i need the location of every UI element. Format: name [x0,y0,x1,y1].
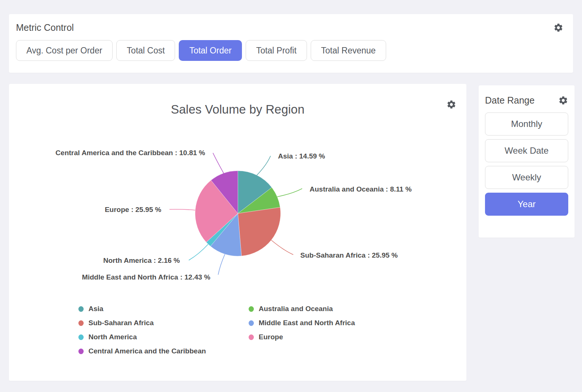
pie-slices[interactable] [195,171,281,256]
date-range-header: Date Range [485,95,568,106]
metric-button-avg-cost-per-order[interactable]: Avg. Cost per Order [16,40,113,61]
legend-column-2: Australia and Oceania Middle East and No… [249,302,355,344]
legend-dot-central-america-and-the-caribbean [78,349,84,354]
pie-label-australia-and-oceania: Australia and Oceania : 8.11 % [310,185,412,193]
leader-line-sub-saharan-africa [271,240,293,255]
leader-line-europe [169,209,195,210]
metric-button-total-cost[interactable]: Total Cost [116,40,175,61]
pie-label-sub-saharan-africa: Sub-Saharan Africa : 25.95 % [300,251,398,259]
metric-button-group: Avg. Cost per Order Total Cost Total Ord… [16,40,563,61]
legend-label-central-america-and-the-caribbean: Central America and the Caribbean [88,347,206,355]
pie-label-europe: Europe : 25.95 % [105,206,161,214]
metric-control-title: Metric Control [16,22,74,33]
legend-dot-north-america [78,334,84,340]
metric-button-total-profit[interactable]: Total Profit [246,40,307,61]
leader-line-middle-east-and-north-africa [218,254,225,275]
legend-item-middle-east-and-north-africa[interactable]: Middle East and North Africa [249,316,355,330]
sales-volume-chart-card: Sales Volume by Region Asia : 14.59 % Au… [9,84,466,381]
metric-button-total-order[interactable]: Total Order [179,40,242,61]
legend-dot-sub-saharan-africa [78,320,84,326]
legend-item-asia[interactable]: Asia [78,302,206,316]
gear-icon[interactable] [553,23,563,33]
date-range-card: Date Range Monthly Week Date Weekly Year [479,85,575,238]
leader-line-central-america-and-the-caribbean [213,153,224,173]
legend-item-australia-and-oceania[interactable]: Australia and Oceania [249,302,355,316]
pie-label-central-america-and-the-caribbean: Central America and the Caribbean : 10.8… [55,149,205,157]
legend-item-central-america-and-the-caribbean[interactable]: Central America and the Caribbean [78,344,206,358]
date-range-title: Date Range [485,95,534,106]
legend-dot-asia [78,306,84,312]
legend-item-sub-saharan-africa[interactable]: Sub-Saharan Africa [78,316,206,330]
pie-label-asia: Asia : 14.59 % [278,152,325,160]
legend-label-asia: Asia [88,305,103,313]
date-range-button-week-date[interactable]: Week Date [485,139,568,162]
legend-dot-australia-and-oceania [249,306,254,312]
leader-line-australia-and-oceania [277,189,302,197]
legend-item-europe[interactable]: Europe [249,330,355,344]
legend-label-middle-east-and-north-africa: Middle East and North Africa [259,319,355,327]
legend-dot-middle-east-and-north-africa [249,320,254,326]
legend-column-1: Asia Sub-Saharan Africa North America Ce… [78,302,206,358]
legend-dot-europe [249,334,254,340]
pie-chart[interactable] [9,84,466,381]
legend-label-north-america: North America [88,333,137,341]
date-range-button-group: Monthly Week Date Weekly Year [485,112,568,216]
pie-label-north-america: North America : 2.16 % [103,257,180,265]
date-range-button-weekly[interactable]: Weekly [485,166,568,189]
legend-label-australia-and-oceania: Australia and Oceania [259,305,333,313]
pie-label-middle-east-and-north-africa: Middle East and North Africa : 12.43 % [82,273,210,281]
legend-label-sub-saharan-africa: Sub-Saharan Africa [88,319,154,327]
leader-line-north-america [189,244,208,260]
metric-control-card: Metric Control Avg. Cost per Order Total… [9,14,573,73]
date-range-button-monthly[interactable]: Monthly [485,112,568,135]
metric-button-total-revenue[interactable]: Total Revenue [311,40,386,61]
date-range-button-year[interactable]: Year [485,193,568,216]
legend-item-north-america[interactable]: North America [78,330,206,344]
gear-icon[interactable] [558,95,568,105]
metric-control-header: Metric Control [16,22,563,33]
pie-slice-sub-saharan-africa[interactable] [238,207,281,256]
legend-label-europe: Europe [259,333,283,341]
leader-line-asia [257,156,271,175]
